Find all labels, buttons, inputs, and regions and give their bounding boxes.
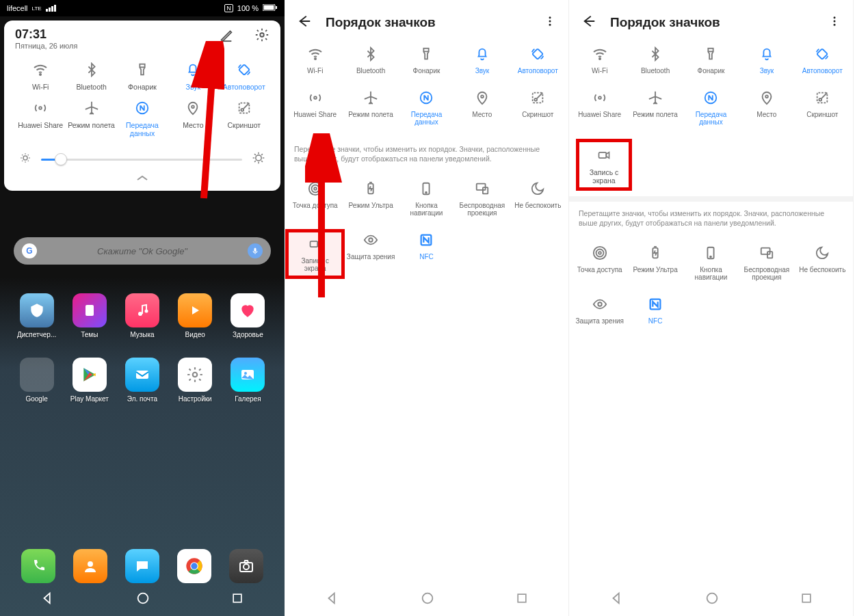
toggle-location[interactable]: Место <box>739 89 794 126</box>
toggle-screenrecord-moved[interactable]: Запись с экрана <box>576 139 632 191</box>
navigation-bar <box>0 583 285 616</box>
nav-home-icon[interactable] <box>420 591 435 608</box>
toggle-label: Фонарик <box>413 67 440 75</box>
nav-back-icon[interactable] <box>325 591 340 608</box>
nav-back-icon[interactable] <box>40 591 55 608</box>
toggle-bluetooth[interactable]: Bluetooth <box>343 45 398 75</box>
edit-icon[interactable] <box>219 27 234 45</box>
toggle-autorotate[interactable]: Автоповорот <box>510 45 566 75</box>
svg-point-28 <box>191 563 197 569</box>
app-manager[interactable]: Диспетчер... <box>12 293 61 338</box>
toggle-screenshot[interactable]: Скриншот <box>510 89 566 126</box>
app-settings[interactable]: Настройки <box>171 358 220 403</box>
toggle-screenshot[interactable]: Скриншот <box>219 99 269 137</box>
toggle-label: Запись с экрана <box>583 168 624 185</box>
app-themes[interactable]: Темы <box>65 293 114 338</box>
toggle-autorotate[interactable]: Автоповорот <box>795 45 850 75</box>
toggle-data[interactable]: Передача данных <box>117 99 168 137</box>
rotate-icon <box>235 61 253 79</box>
toggle-airplane[interactable]: Режим полета <box>627 89 683 126</box>
toggle-dnd[interactable]: Не беспокоить <box>795 244 850 282</box>
toggle-huaweishare[interactable]: Huawei Share <box>572 89 627 126</box>
nav-recent-icon[interactable] <box>800 591 813 608</box>
toggle-screenshot[interactable]: Скриншот <box>795 89 850 126</box>
app-play[interactable]: Play Маркет <box>65 358 114 403</box>
toggle-huaweishare[interactable]: Huawei Share <box>15 99 66 137</box>
toggle-sound[interactable]: Звук <box>454 45 510 75</box>
toggle-navbtn[interactable]: Кнопка навигации <box>683 244 739 282</box>
app-phone[interactable] <box>12 549 64 583</box>
toggle-cast[interactable]: Беспроводная проекция <box>454 180 510 217</box>
toggle-flashlight[interactable]: Фонарик <box>683 45 739 75</box>
app-health[interactable]: Здоровье <box>224 293 272 338</box>
mic-icon[interactable] <box>248 243 263 258</box>
toggle-flashlight[interactable]: Фонарик <box>117 61 168 91</box>
toggle-ultra[interactable]: Режим Ультра <box>343 180 398 217</box>
toggle-huaweishare[interactable]: Huawei Share <box>287 89 343 126</box>
nav-home-icon[interactable] <box>135 591 150 608</box>
toggle-data[interactable]: Передача данных <box>683 89 739 126</box>
kebab-menu-icon[interactable] <box>544 15 556 30</box>
toggle-label: Bluetooth <box>356 67 385 75</box>
app-contacts[interactable] <box>64 549 116 583</box>
nav-recent-icon[interactable] <box>231 591 244 608</box>
toggle-label: Место <box>183 121 204 129</box>
toggle-label: Звук <box>760 67 774 75</box>
toggle-cast[interactable]: Беспроводная проекция <box>739 244 794 282</box>
toggle-sound[interactable]: Звук <box>739 45 794 75</box>
toggle-hotspot[interactable]: Точка доступа <box>287 180 343 217</box>
toggle-location[interactable]: Место <box>454 89 510 126</box>
brightness-slider[interactable] <box>41 159 242 161</box>
toggle-bluetooth[interactable]: Bluetooth <box>627 45 683 75</box>
back-icon[interactable] <box>581 14 596 31</box>
toggle-data[interactable]: Передача данных <box>399 89 454 126</box>
toggle-location[interactable]: Место <box>168 99 218 137</box>
app-video[interactable]: Видео <box>171 293 220 338</box>
svg-point-63 <box>599 58 601 59</box>
toggle-flashlight[interactable]: Фонарик <box>399 45 454 75</box>
google-search-bar[interactable]: G Скажите "Ok Google" <box>14 237 271 265</box>
signal-icon <box>46 5 56 12</box>
toggle-bluetooth[interactable]: Bluetooth <box>66 61 116 91</box>
toggle-autorotate[interactable]: Автоповорот <box>219 61 269 91</box>
toggle-dnd[interactable]: Не беспокоить <box>510 180 566 217</box>
svg-rect-38 <box>424 49 429 52</box>
nav-back-icon[interactable] <box>609 591 624 608</box>
gear-icon[interactable] <box>254 27 269 45</box>
nav-home-icon[interactable] <box>705 591 720 608</box>
kebab-menu-icon[interactable] <box>828 15 841 30</box>
app-google-folder[interactable]: Google <box>12 358 61 403</box>
toggle-airplane[interactable]: Режим полета <box>66 99 116 137</box>
toggle-eyecare[interactable]: Защита зрения <box>343 231 398 277</box>
svg-rect-39 <box>533 49 544 59</box>
svg-point-46 <box>311 185 319 192</box>
toggle-airplane[interactable]: Режим полета <box>343 89 398 126</box>
toggle-ultra[interactable]: Режим Ультра <box>627 244 683 282</box>
toggle-sound[interactable]: Звук <box>168 61 218 91</box>
toggle-eyecare[interactable]: Защита зрения <box>572 295 627 325</box>
toggle-hotspot[interactable]: Точка доступа <box>572 244 627 282</box>
wifi-icon <box>306 45 324 63</box>
slider-thumb[interactable] <box>55 153 67 165</box>
svg-rect-71 <box>599 152 607 157</box>
toggle-wifi[interactable]: Wi-Fi <box>287 45 343 75</box>
toggle-wifi[interactable]: Wi-Fi <box>15 61 66 91</box>
app-label: Play Маркет <box>70 395 109 403</box>
toggle-nfc[interactable]: NFC <box>399 231 454 277</box>
toggle-screenrecord[interactable]: Запись с экрана <box>287 231 343 277</box>
app-camera[interactable] <box>220 549 272 583</box>
toggle-wifi[interactable]: Wi-Fi <box>572 45 627 75</box>
app-music[interactable]: Музыка <box>118 293 166 338</box>
back-icon[interactable] <box>297 14 312 31</box>
app-chrome[interactable] <box>168 549 220 583</box>
toggle-label: Режим полета <box>633 111 677 119</box>
chevron-down-icon[interactable] <box>15 170 269 185</box>
hotspot-icon <box>306 180 324 198</box>
app-gallery[interactable]: Галерея <box>224 358 272 403</box>
app-messages[interactable] <box>116 549 168 583</box>
location-icon <box>473 89 491 107</box>
nav-recent-icon[interactable] <box>515 591 529 608</box>
app-mail[interactable]: Эл. почта <box>118 358 166 403</box>
toggle-navbtn[interactable]: Кнопка навигации <box>399 180 454 217</box>
toggle-nfc[interactable]: NFC <box>627 295 683 325</box>
